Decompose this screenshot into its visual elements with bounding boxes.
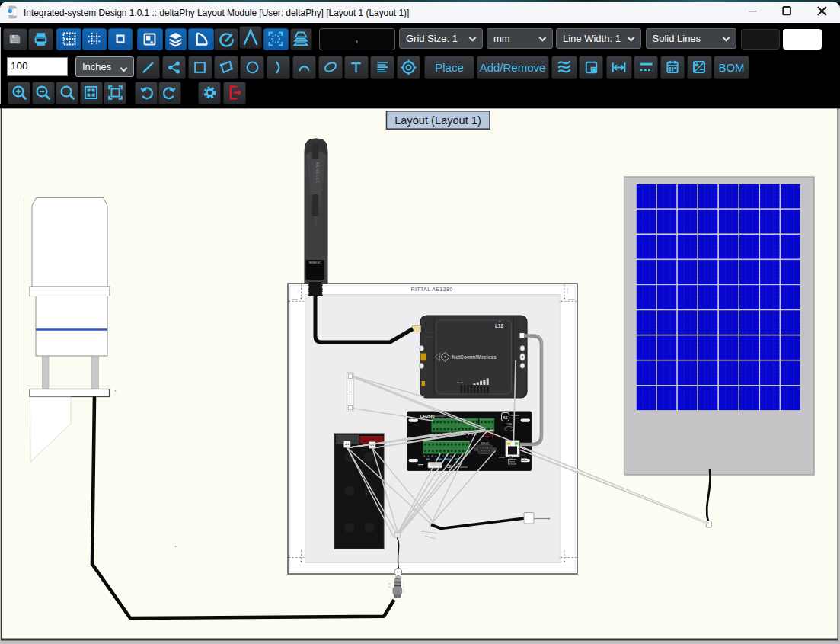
- svg-text:RITTAL AE1380: RITTAL AE1380: [410, 286, 452, 293]
- svg-text:Integrated-system Design 1.0.1: Integrated-system Design 1.0.1 :: deltaP…: [24, 8, 409, 18]
- svg-text:AS: AS: [503, 416, 507, 420]
- svg-text:NetCommWireless: NetCommWireless: [452, 354, 497, 360]
- svg-text:BENELEC: BENELEC: [309, 261, 321, 264]
- svg-text:Datalogger: Datalogger: [435, 415, 446, 418]
- svg-text:L18: L18: [495, 323, 503, 328]
- svg-text:CR2H0: CR2H0: [420, 414, 435, 418]
- svg-text:USB: USB: [506, 423, 513, 426]
- svg-text:BENELEC: BENELEC: [315, 162, 320, 184]
- svg-text:Layout (Layout 1): Layout (Layout 1): [394, 114, 481, 127]
